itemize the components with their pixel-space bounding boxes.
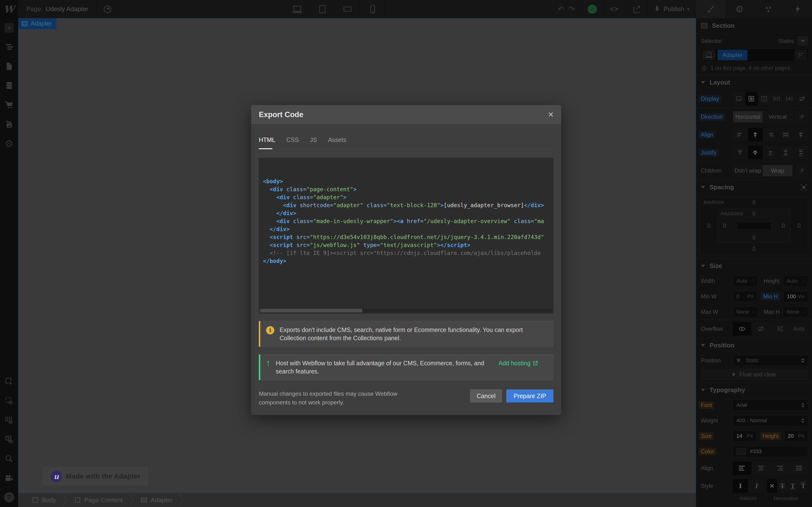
align-end-button[interactable] xyxy=(763,128,778,142)
horizontal-scrollbar[interactable] xyxy=(260,309,552,313)
min-w-input[interactable]: 0PX xyxy=(733,291,757,302)
display-block-button[interactable] xyxy=(733,92,745,106)
justify-space-around-button[interactable] xyxy=(794,146,808,159)
padding-right-value[interactable]: 0 xyxy=(782,223,785,229)
overflow-auto-button[interactable]: Auto xyxy=(790,322,808,336)
prepare-zip-button[interactable]: Prepare ZIP xyxy=(506,389,553,402)
text-align-justify-button[interactable] xyxy=(790,461,808,475)
page-switcher[interactable]: Page: Udesly Adapter xyxy=(18,0,97,18)
direction-vertical-button[interactable]: Vertical xyxy=(763,111,793,122)
assets-button[interactable] xyxy=(0,115,18,134)
tab-js[interactable]: JS xyxy=(310,136,317,144)
decoration-underline-button[interactable]: T xyxy=(788,479,798,493)
align-stretch-button[interactable] xyxy=(778,128,793,142)
made-with-adapter-badge[interactable]: u Made with the Adapter xyxy=(43,467,148,485)
justify-end-button[interactable] xyxy=(763,146,778,159)
breakpoint-phone-landscape-button[interactable] xyxy=(335,0,360,18)
xray-mode-button[interactable] xyxy=(0,391,18,410)
spacing-editor[interactable]: MARGIN 0 0 0 0 PADDING 0 0 0 0 xyxy=(700,197,808,255)
spacing-link-icon[interactable] xyxy=(800,184,807,191)
help-button[interactable]: ? xyxy=(0,488,18,507)
breakpoint-phone-portrait-button[interactable] xyxy=(360,0,385,18)
publish-menu-button[interactable]: Publish ▾ xyxy=(647,0,696,18)
width-input[interactable]: Auto- xyxy=(733,276,758,287)
navigator-button[interactable] xyxy=(0,38,18,57)
breadcrumb-item-body[interactable]: Body xyxy=(26,493,63,507)
states-dropdown[interactable] xyxy=(798,37,808,46)
wrap-reverse-button[interactable] xyxy=(795,164,808,177)
undo-button[interactable]: ↶ xyxy=(558,5,564,13)
justify-start-button[interactable] xyxy=(733,146,748,159)
text-align-center-button[interactable] xyxy=(752,461,770,475)
direction-reverse-button[interactable] xyxy=(795,110,808,124)
line-height-input[interactable]: 20PX xyxy=(784,431,808,442)
webflow-logo[interactable]: W xyxy=(4,0,14,18)
guides-toggle-button[interactable] xyxy=(0,410,18,430)
style-panel-toggle[interactable] xyxy=(696,0,725,18)
class-chip[interactable]: Adapter xyxy=(717,50,748,60)
font-select[interactable]: Arial xyxy=(733,400,808,411)
text-align-left-button[interactable] xyxy=(733,461,751,475)
add-hosting-link[interactable]: Add hosting xyxy=(499,359,538,367)
video-tutorials-button[interactable] xyxy=(0,468,18,488)
display-grid-button[interactable] xyxy=(758,92,770,106)
export-code-button[interactable]: <> xyxy=(603,0,626,18)
height-input[interactable]: Auto- xyxy=(783,276,808,287)
saved-status-button[interactable]: ✓ xyxy=(581,0,603,18)
overflow-visible-button[interactable] xyxy=(733,322,751,336)
typography-section-header[interactable]: Typography xyxy=(696,383,812,397)
text-align-right-button[interactable] xyxy=(771,461,789,475)
selector-field[interactable]: Adapter xyxy=(701,49,808,62)
interactions-panel-toggle[interactable] xyxy=(783,0,812,18)
cancel-button[interactable]: Cancel xyxy=(470,389,502,402)
size-section-header[interactable]: Size xyxy=(696,259,812,273)
position-select[interactable]: ✕ Static xyxy=(733,355,808,366)
pages-button[interactable] xyxy=(0,57,18,76)
font-size-input[interactable]: 14PX xyxy=(733,431,757,442)
padding-top-value[interactable]: 0 xyxy=(753,211,756,217)
selected-element-tag[interactable]: Adapter xyxy=(18,18,56,29)
padding-bottom-value[interactable]: 0 xyxy=(753,234,756,241)
tab-html[interactable]: HTML xyxy=(259,136,275,144)
style-manager-panel-toggle[interactable] xyxy=(754,0,783,18)
justify-space-between-button[interactable] xyxy=(778,146,793,159)
dont-wrap-button[interactable]: Don’t wrap xyxy=(733,165,763,176)
direction-horizontal-button[interactable]: Horizontal xyxy=(733,111,763,122)
selection-tool-button[interactable] xyxy=(0,372,18,391)
justify-center-button[interactable] xyxy=(748,146,763,159)
margin-right-value[interactable]: 0 xyxy=(798,223,801,229)
align-center-button[interactable] xyxy=(748,128,763,142)
scrollbar-thumb[interactable] xyxy=(260,309,362,313)
decoration-none-button[interactable]: ✕ xyxy=(767,479,777,493)
display-none-button[interactable] xyxy=(796,92,808,106)
color-swatch[interactable] xyxy=(737,448,746,455)
display-flex-button[interactable] xyxy=(745,92,757,106)
spacing-section-header[interactable]: Spacing xyxy=(696,180,812,194)
margin-bottom-value[interactable]: 0 xyxy=(753,246,756,252)
color-input[interactable]: #333 xyxy=(733,446,808,457)
wrap-button[interactable]: Wrap xyxy=(763,165,793,176)
overflow-scroll-button[interactable] xyxy=(771,322,789,336)
breadcrumb-item-page-content[interactable]: Page Content xyxy=(68,493,129,507)
display-inline-button[interactable] xyxy=(783,92,795,106)
style-normal-button[interactable]: I xyxy=(733,479,748,493)
quick-find-button[interactable] xyxy=(0,449,18,468)
align-baseline-button[interactable] xyxy=(794,128,808,142)
padding-left-value[interactable]: 0 xyxy=(723,223,726,229)
clear-position-icon[interactable]: ✕ xyxy=(737,357,741,363)
margin-left-value[interactable]: 0 xyxy=(707,223,711,229)
share-button[interactable] xyxy=(626,0,647,18)
style-italic-button[interactable]: I xyxy=(749,479,764,493)
breadcrumb-item-adapter[interactable]: Adapter xyxy=(134,493,179,507)
position-section-header[interactable]: Position xyxy=(696,338,812,353)
weight-select[interactable]: 400 - Normal xyxy=(733,415,808,426)
preview-toggle-button[interactable] xyxy=(97,0,119,18)
decoration-strikethrough-button[interactable]: T xyxy=(777,479,788,493)
overflow-hidden-button[interactable] xyxy=(752,322,770,336)
close-icon[interactable]: ✕ xyxy=(548,111,554,118)
project-settings-button[interactable]: ⚙ xyxy=(0,134,18,153)
settings-panel-toggle[interactable]: ⚙ xyxy=(725,0,754,18)
tab-assets[interactable]: Assets xyxy=(328,136,346,144)
layouts-toggle-button[interactable] xyxy=(0,430,18,449)
layout-section-header[interactable]: Layout xyxy=(696,75,812,90)
